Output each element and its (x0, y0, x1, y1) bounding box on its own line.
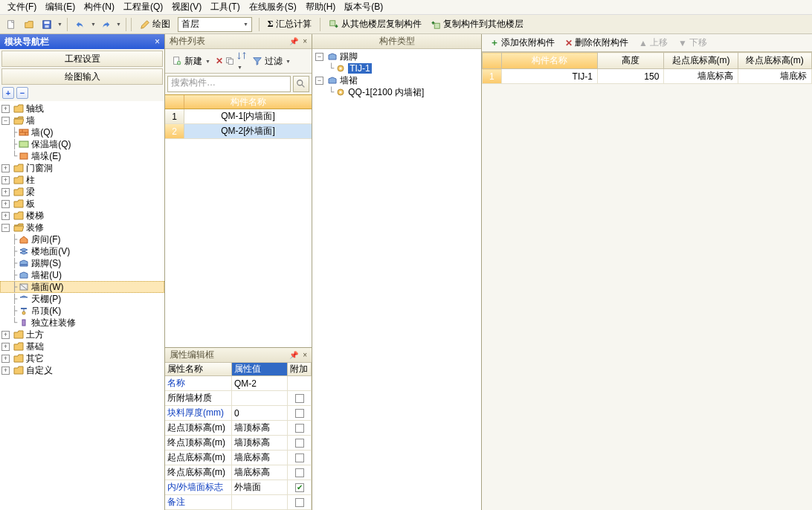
tree-node-skirting[interactable]: ├踢脚(S) (0, 257, 164, 269)
move-down-button[interactable]: ▼ 下移 (674, 35, 711, 51)
expand-all-button[interactable]: + (2, 87, 14, 99)
property-add-cell[interactable] (288, 376, 312, 390)
delete-component-button[interactable]: ✕ (216, 56, 223, 66)
menu-file[interactable]: 文件(F) (3, 1, 41, 13)
col-end-header[interactable]: 终点底标高(m) (738, 53, 811, 69)
project-settings-button[interactable]: 工程设置 (1, 51, 163, 67)
col-height-header[interactable]: 高度 (597, 53, 663, 69)
tree-node-floor[interactable]: ├楼地面(V) (0, 245, 164, 257)
property-add-cell[interactable] (288, 391, 312, 405)
tree-node-earth[interactable]: +土方 (0, 329, 164, 340)
sum-calc-button[interactable]: Σ 汇总计算 (264, 16, 315, 33)
component-row[interactable]: 2 QM-2[外墙面] (165, 124, 312, 139)
checkbox[interactable] (295, 498, 304, 507)
tree-node-axis[interactable]: +轴线 (0, 103, 164, 114)
save-button[interactable] (39, 16, 55, 33)
search-button[interactable] (293, 76, 309, 92)
tree-node-wall-block[interactable]: └墙垛(E) (0, 150, 164, 162)
property-value[interactable]: 墙底标高 (232, 451, 288, 465)
property-row[interactable]: 名称QM-2 (165, 376, 312, 391)
tree-node-wainscot[interactable]: ├墙裙(U) (0, 269, 164, 281)
property-add-cell[interactable]: ✔ (288, 480, 312, 494)
type-node-skirting-item[interactable]: └TIJ-1 (314, 62, 480, 74)
tree-node-suspend[interactable]: ├吊顶(K) (0, 305, 164, 317)
property-row[interactable]: 终点顶标高(m)墙顶标高 (165, 436, 312, 451)
component-row[interactable]: 1 QM-1[内墙面] (165, 109, 312, 124)
tree-node-ceiling[interactable]: ├天棚(P) (0, 293, 164, 305)
property-row[interactable]: 终点底标高(m)墙底标高 (165, 465, 312, 480)
tree-node-wall[interactable]: −墙 (0, 114, 164, 126)
tree-node-custom[interactable]: +自定义 (0, 364, 164, 376)
checkbox[interactable] (295, 453, 304, 462)
undo-button[interactable] (72, 16, 88, 33)
property-row[interactable]: 起点底标高(m)墙底标高 (165, 451, 312, 465)
collapse-all-button[interactable]: − (16, 87, 28, 99)
property-row[interactable]: 内/外墙面标志外墙面✔ (165, 480, 312, 495)
table-row[interactable]: 1 TIJ-1 150 墙底标高 墙底标 (483, 69, 812, 84)
layer-select[interactable]: 首层 ▼ (178, 17, 252, 32)
tree-node-room[interactable]: ├房间(F) (0, 233, 164, 245)
component-grid-body[interactable]: 1 QM-1[内墙面] 2 QM-2[外墙面] (165, 109, 312, 347)
tree-node-beam[interactable]: +梁 (0, 186, 164, 198)
menu-tools[interactable]: 工具(T) (206, 1, 244, 13)
property-row[interactable]: 备注 (165, 495, 312, 510)
property-add-cell[interactable] (288, 406, 312, 420)
property-value[interactable]: QM-2 (232, 376, 288, 390)
checkbox[interactable] (295, 468, 304, 477)
pin-icon[interactable]: 📌 (289, 37, 298, 45)
property-add-cell[interactable] (288, 465, 312, 480)
checkbox[interactable] (295, 424, 304, 433)
checkbox[interactable]: ✔ (295, 483, 304, 492)
type-node-wainscot-item[interactable]: └QQ-1[2100 内墙裙] (314, 86, 480, 98)
sort-button[interactable]: ▼ (236, 51, 247, 71)
tree-node-decor[interactable]: −装修 (0, 222, 164, 233)
tree-node-wallface[interactable]: ├墙面(W) (0, 281, 164, 293)
property-value[interactable] (232, 391, 288, 405)
attached-table[interactable]: 构件名称 高度 起点底标高(m) 终点底标高(m) 1 TIJ-1 150 墙底… (482, 52, 812, 84)
tree-node-foundation[interactable]: +基础 (0, 340, 164, 352)
delete-attached-button[interactable]: ✕ 删除依附构件 (561, 35, 632, 51)
copy-component-button[interactable] (225, 56, 235, 66)
property-row[interactable]: 起点顶标高(m)墙顶标高 (165, 421, 312, 436)
col-name-header[interactable]: 构件名称 (501, 53, 597, 69)
checkbox[interactable] (295, 409, 304, 418)
tree-node-column[interactable]: +柱 (0, 174, 164, 186)
menu-version[interactable]: 版本号(B) (340, 1, 387, 13)
tree-node-stair[interactable]: +楼梯 (0, 210, 164, 222)
checkbox[interactable] (295, 439, 304, 448)
menu-view[interactable]: 视图(V) (167, 1, 206, 13)
type-tree[interactable]: −踢脚 └TIJ-1 −墙裙 └QQ-1[2100 内墙裙] (312, 49, 481, 510)
pin-icon[interactable]: 📌 (289, 351, 298, 359)
menu-help[interactable]: 帮助(H) (301, 1, 341, 13)
col-start-header[interactable]: 起点底标高(m) (664, 53, 738, 69)
redo-button[interactable] (97, 16, 114, 33)
menu-component[interactable]: 构件(N) (80, 1, 119, 13)
filter-button[interactable]: 过滤▼ (248, 54, 294, 68)
close-icon[interactable]: × (303, 37, 307, 45)
nav-tree[interactable]: +轴线 −墙 ├墙(Q) ├保温墙(Q) └墙垛(E) +门窗洞 +柱 +梁 +… (0, 101, 164, 510)
property-row[interactable]: 所附墙材质 (165, 391, 312, 406)
property-row[interactable]: 块料厚度(mm)0 (165, 406, 312, 421)
copy-to-floor-button[interactable]: 复制构件到其他楼层 (427, 16, 527, 33)
search-input[interactable]: 搜索构件… (167, 76, 291, 92)
checkbox[interactable] (295, 394, 304, 403)
property-add-cell[interactable] (288, 451, 312, 465)
tree-node-door[interactable]: +门窗洞 (0, 162, 164, 174)
property-value[interactable]: 墙底标高 (232, 465, 288, 480)
draw-input-button[interactable]: 绘图输入 (1, 68, 163, 85)
property-add-cell[interactable] (288, 495, 312, 509)
property-value[interactable]: 墙顶标高 (232, 436, 288, 450)
tree-node-slab[interactable]: +板 (0, 198, 164, 210)
menu-edit[interactable]: 编辑(E) (41, 1, 80, 13)
property-add-cell[interactable] (288, 436, 312, 450)
add-attached-button[interactable]: ＋ 添加依附构件 (486, 35, 558, 51)
draw-button[interactable]: 绘图 (136, 16, 174, 33)
property-value[interactable]: 外墙面 (232, 480, 288, 494)
tree-node-wall-insul[interactable]: ├保温墙(Q) (0, 138, 164, 150)
property-value[interactable]: 墙顶标高 (232, 421, 288, 435)
menu-quantity[interactable]: 工程量(Q) (119, 1, 167, 13)
open-file-button[interactable] (21, 16, 37, 33)
close-icon[interactable]: × (303, 351, 307, 359)
type-node-skirting[interactable]: −踢脚 (314, 51, 480, 62)
new-component-button[interactable]: 新建▼ (168, 54, 214, 68)
